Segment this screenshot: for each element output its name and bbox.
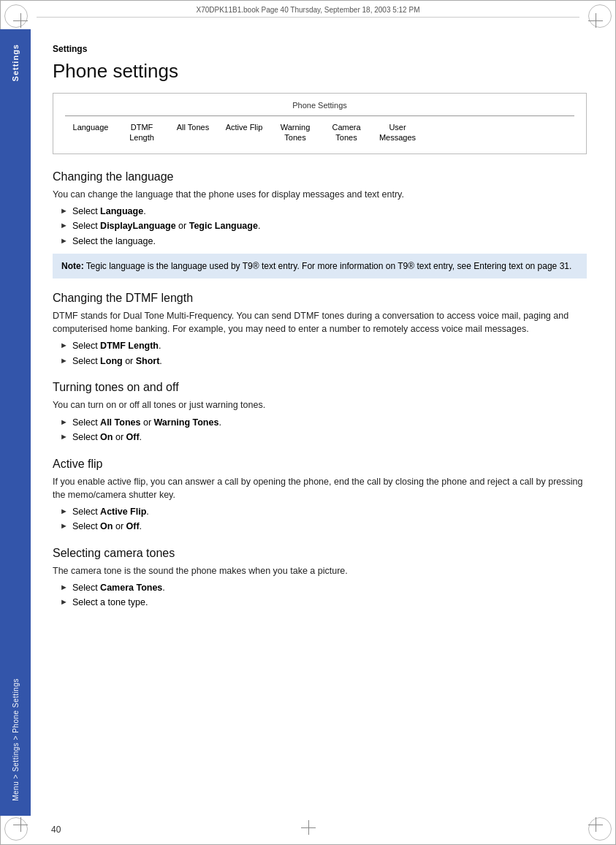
bullet-text: Select a tone type.: [72, 596, 148, 610]
sidebar-label-settings: Settings: [11, 44, 20, 81]
bullet-text: Select On or Off.: [72, 520, 142, 534]
page-title: Phone settings: [53, 60, 587, 83]
nav-item-dtmf: DTMF Length: [116, 122, 167, 143]
bullet-dtmf-1: ► Select DTMF Length.: [60, 340, 587, 353]
bullet-camera-2: ► Select a tone type.: [60, 596, 587, 610]
body-dtmf: DTMF stands for Dual Tone Multi-Frequenc…: [53, 309, 587, 336]
note-box-language: Note: Tegic language is the language use…: [53, 254, 587, 278]
bullet-language-3: ► Select the language.: [60, 235, 587, 249]
bullet-text: Select Long or Short.: [72, 355, 162, 368]
bullet-arrow: ►: [60, 221, 68, 230]
top-bar-text: X70DPK11B1.book Page 40 Thursday, Septem…: [197, 6, 420, 14]
main-content: Settings Phone settings Phone Settings L…: [31, 29, 616, 816]
heading-language: Changing the language: [53, 170, 587, 183]
bullet-arrow: ►: [60, 583, 68, 591]
sidebar: Settings Menu > Settings > Phone Setting…: [0, 29, 31, 816]
body-active-flip: If you enable active flip, you can answe…: [53, 475, 587, 501]
bullet-arrow: ►: [60, 507, 68, 515]
bullet-flip-1: ► Select Active Flip.: [60, 506, 587, 519]
phone-settings-diagram: Phone Settings Language DTMF Length All …: [53, 93, 587, 154]
bullet-text: Select Camera Tones.: [72, 582, 165, 595]
bullet-tones-2: ► Select On or Off.: [60, 431, 587, 444]
bullet-arrow: ►: [60, 521, 68, 530]
bullet-language-1: ► Select Language.: [60, 205, 587, 219]
section-label: Settings: [53, 44, 587, 54]
nav-item-user-messages: User Messages: [372, 122, 423, 143]
bullet-text: Select Active Flip.: [72, 506, 149, 519]
heading-dtmf: Changing the DTMF length: [53, 292, 587, 305]
bullet-arrow: ►: [60, 206, 68, 215]
diagram-title: Phone Settings: [65, 101, 574, 110]
nav-item-warning-tones: Warning Tones: [270, 122, 321, 143]
bullet-text: Select DisplayLanguage or Tegic Language…: [72, 220, 261, 233]
diagram-nav: Language DTMF Length All Tones Active Fl…: [65, 115, 574, 143]
heading-tones: Turning tones on and off: [53, 381, 587, 394]
bullet-text: Select Language.: [72, 205, 146, 219]
note-label: Note:: [61, 261, 84, 271]
page-number: 40: [51, 825, 61, 835]
crosshair-bottom-center: [301, 820, 316, 835]
bullet-text: Select DTMF Length.: [72, 340, 161, 353]
bullet-text: Select All Tones or Warning Tones.: [72, 417, 221, 430]
heading-camera-tones: Selecting camera tones: [53, 547, 587, 560]
bullet-arrow: ►: [60, 432, 68, 441]
bullet-arrow: ►: [60, 236, 68, 245]
body-tones: You can turn on or off all tones or just…: [53, 398, 587, 412]
bullet-arrow: ►: [60, 341, 68, 349]
nav-item-all-tones: All Tones: [167, 122, 218, 132]
bullet-arrow: ►: [60, 597, 68, 606]
body-language: You can change the language that the pho…: [53, 188, 587, 201]
nav-item-camera-tones: Camera Tones: [321, 122, 372, 143]
bullet-language-2: ► Select DisplayLanguage or Tegic Langua…: [60, 220, 587, 233]
bullet-flip-2: ► Select On or Off.: [60, 520, 587, 534]
bullet-dtmf-2: ► Select Long or Short.: [60, 355, 587, 368]
note-text: Tegic language is the language used by T…: [86, 261, 572, 271]
nav-item-language: Language: [65, 122, 116, 132]
nav-item-active-flip: Active Flip: [218, 122, 270, 132]
bullet-text: Select On or Off.: [72, 431, 142, 444]
bullet-camera-1: ► Select Camera Tones.: [60, 582, 587, 595]
body-camera-tones: The camera tone is the sound the phone m…: [53, 564, 587, 577]
heading-active-flip: Active flip: [53, 458, 587, 471]
bullet-arrow: ►: [60, 356, 68, 365]
top-bar: X70DPK11B1.book Page 40 Thursday, Septem…: [37, 3, 579, 18]
bullet-arrow: ►: [60, 417, 68, 426]
bullet-text: Select the language.: [72, 235, 156, 249]
bullet-tones-1: ► Select All Tones or Warning Tones.: [60, 417, 587, 430]
sidebar-label-breadcrumb: Menu > Settings > Phone Settings: [12, 678, 20, 801]
